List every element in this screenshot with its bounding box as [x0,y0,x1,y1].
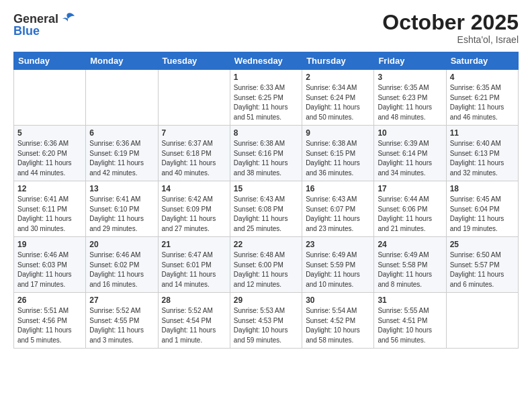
day-number: 29 [234,295,298,305]
cell-info: Sunrise: 6:40 AM Sunset: 6:13 PM Dayligh… [450,139,515,178]
cell-info: Sunrise: 6:42 AM Sunset: 6:09 PM Dayligh… [162,195,226,234]
cell-info: Sunrise: 6:46 AM Sunset: 6:03 PM Dayligh… [17,250,82,289]
cell-info: Sunrise: 6:38 AM Sunset: 6:15 PM Dayligh… [306,139,370,178]
calendar-cell: 24Sunrise: 6:49 AM Sunset: 5:58 PM Dayli… [374,237,446,293]
cell-info: Sunrise: 5:53 AM Sunset: 4:53 PM Dayligh… [234,306,298,345]
calendar-cell: 3Sunrise: 6:35 AM Sunset: 6:23 PM Daylig… [374,70,446,126]
cell-info: Sunrise: 6:43 AM Sunset: 6:07 PM Dayligh… [306,195,370,234]
cell-info: Sunrise: 6:41 AM Sunset: 6:10 PM Dayligh… [89,195,154,234]
cell-info: Sunrise: 6:49 AM Sunset: 5:58 PM Dayligh… [378,250,442,289]
calendar-cell: 7Sunrise: 6:37 AM Sunset: 6:18 PM Daylig… [158,126,230,181]
day-number: 7 [162,128,226,138]
calendar-cell [14,70,86,126]
cell-info: Sunrise: 6:44 AM Sunset: 6:06 PM Dayligh… [378,195,442,234]
cell-info: Sunrise: 6:41 AM Sunset: 6:11 PM Dayligh… [17,195,82,234]
cell-info: Sunrise: 6:36 AM Sunset: 6:19 PM Dayligh… [89,139,154,178]
calendar-cell: 5Sunrise: 6:36 AM Sunset: 6:20 PM Daylig… [14,126,86,181]
calendar-cell: 19Sunrise: 6:46 AM Sunset: 6:03 PM Dayli… [14,237,86,293]
location: Eshta'ol, Israel [382,34,519,45]
cell-info: Sunrise: 6:35 AM Sunset: 6:21 PM Dayligh… [450,83,515,122]
calendar-cell: 20Sunrise: 6:46 AM Sunset: 6:02 PM Dayli… [86,237,158,293]
page-header: General Blue October 2025 Eshta'ol, Isra… [13,11,519,45]
day-header-thursday: Thursday [302,52,374,70]
calendar-cell: 18Sunrise: 6:45 AM Sunset: 6:04 PM Dayli… [446,181,518,237]
calendar-cell: 29Sunrise: 5:53 AM Sunset: 4:53 PM Dayli… [230,293,302,349]
calendar-cell: 14Sunrise: 6:42 AM Sunset: 6:09 PM Dayli… [158,181,230,237]
day-number: 6 [89,128,154,138]
day-number: 3 [378,73,442,82]
day-header-tuesday: Tuesday [158,52,230,70]
calendar-cell: 10Sunrise: 6:39 AM Sunset: 6:14 PM Dayli… [374,126,446,181]
calendar-cell: 31Sunrise: 5:55 AM Sunset: 4:51 PM Dayli… [374,293,446,349]
calendar-cell: 28Sunrise: 5:52 AM Sunset: 4:54 PM Dayli… [158,293,230,349]
calendar-cell: 11Sunrise: 6:40 AM Sunset: 6:13 PM Dayli… [446,126,518,181]
day-number: 4 [450,73,515,82]
day-number: 21 [162,240,226,249]
day-number: 27 [89,295,154,305]
calendar-week-1: 1Sunrise: 6:33 AM Sunset: 6:25 PM Daylig… [14,70,519,126]
calendar-cell: 22Sunrise: 6:48 AM Sunset: 6:00 PM Dayli… [230,237,302,293]
title-block: October 2025 Eshta'ol, Israel [382,11,519,45]
day-number: 19 [17,240,82,249]
day-number: 16 [306,184,370,193]
cell-info: Sunrise: 6:45 AM Sunset: 6:04 PM Dayligh… [450,195,515,234]
cell-info: Sunrise: 6:46 AM Sunset: 6:02 PM Dayligh… [89,250,154,289]
cell-info: Sunrise: 6:49 AM Sunset: 5:59 PM Dayligh… [306,250,370,289]
day-number: 20 [89,240,154,249]
day-number: 13 [89,184,154,193]
cell-info: Sunrise: 6:38 AM Sunset: 6:16 PM Dayligh… [234,139,298,178]
calendar-cell: 23Sunrise: 6:49 AM Sunset: 5:59 PM Dayli… [302,237,374,293]
day-number: 17 [378,184,442,193]
day-header-wednesday: Wednesday [230,52,302,70]
calendar-body: 1Sunrise: 6:33 AM Sunset: 6:25 PM Daylig… [14,70,519,349]
day-number: 18 [450,184,515,193]
calendar-week-5: 26Sunrise: 5:51 AM Sunset: 4:56 PM Dayli… [14,293,519,349]
day-number: 12 [17,184,82,193]
logo: General Blue [13,11,76,38]
calendar-cell [86,70,158,126]
calendar-week-2: 5Sunrise: 6:36 AM Sunset: 6:20 PM Daylig… [14,126,519,181]
calendar-cell: 13Sunrise: 6:41 AM Sunset: 6:10 PM Dayli… [86,181,158,237]
cell-info: Sunrise: 5:52 AM Sunset: 4:55 PM Dayligh… [89,306,154,345]
calendar-table: SundayMondayTuesdayWednesdayThursdayFrid… [13,52,519,349]
cell-info: Sunrise: 6:39 AM Sunset: 6:14 PM Dayligh… [378,139,442,178]
calendar-cell: 17Sunrise: 6:44 AM Sunset: 6:06 PM Dayli… [374,181,446,237]
cell-info: Sunrise: 6:48 AM Sunset: 6:00 PM Dayligh… [234,250,298,289]
day-number: 11 [450,128,515,138]
logo-bird-icon [60,11,76,27]
day-number: 31 [378,295,442,305]
day-number: 28 [162,295,226,305]
day-number: 23 [306,240,370,249]
calendar-cell: 27Sunrise: 5:52 AM Sunset: 4:55 PM Dayli… [86,293,158,349]
calendar-cell: 21Sunrise: 6:47 AM Sunset: 6:01 PM Dayli… [158,237,230,293]
day-number: 2 [306,73,370,82]
calendar-cell: 1Sunrise: 6:33 AM Sunset: 6:25 PM Daylig… [230,70,302,126]
day-number: 26 [17,295,82,305]
cell-info: Sunrise: 6:33 AM Sunset: 6:25 PM Dayligh… [234,83,298,122]
cell-info: Sunrise: 5:52 AM Sunset: 4:54 PM Dayligh… [162,306,226,345]
cell-info: Sunrise: 6:50 AM Sunset: 5:57 PM Dayligh… [450,250,515,289]
cell-info: Sunrise: 5:51 AM Sunset: 4:56 PM Dayligh… [17,306,82,345]
day-number: 8 [234,128,298,138]
day-header-sunday: Sunday [14,52,86,70]
cell-info: Sunrise: 6:43 AM Sunset: 6:08 PM Dayligh… [234,195,298,234]
calendar-week-3: 12Sunrise: 6:41 AM Sunset: 6:11 PM Dayli… [14,181,519,237]
calendar-week-4: 19Sunrise: 6:46 AM Sunset: 6:03 PM Dayli… [14,237,519,293]
day-number: 14 [162,184,226,193]
calendar-cell: 26Sunrise: 5:51 AM Sunset: 4:56 PM Dayli… [14,293,86,349]
day-header-saturday: Saturday [446,52,518,70]
calendar-cell: 6Sunrise: 6:36 AM Sunset: 6:19 PM Daylig… [86,126,158,181]
day-number: 24 [378,240,442,249]
cell-info: Sunrise: 6:35 AM Sunset: 6:23 PM Dayligh… [378,83,442,122]
day-header-friday: Friday [374,52,446,70]
calendar-cell: 8Sunrise: 6:38 AM Sunset: 6:16 PM Daylig… [230,126,302,181]
cell-info: Sunrise: 5:55 AM Sunset: 4:51 PM Dayligh… [378,306,442,345]
cell-info: Sunrise: 6:37 AM Sunset: 6:18 PM Dayligh… [162,139,226,178]
month-title: October 2025 [382,11,519,34]
day-number: 9 [306,128,370,138]
day-number: 30 [306,295,370,305]
day-number: 15 [234,184,298,193]
calendar-cell: 25Sunrise: 6:50 AM Sunset: 5:57 PM Dayli… [446,237,518,293]
cell-info: Sunrise: 6:36 AM Sunset: 6:20 PM Dayligh… [17,139,82,178]
calendar-cell: 12Sunrise: 6:41 AM Sunset: 6:11 PM Dayli… [14,181,86,237]
